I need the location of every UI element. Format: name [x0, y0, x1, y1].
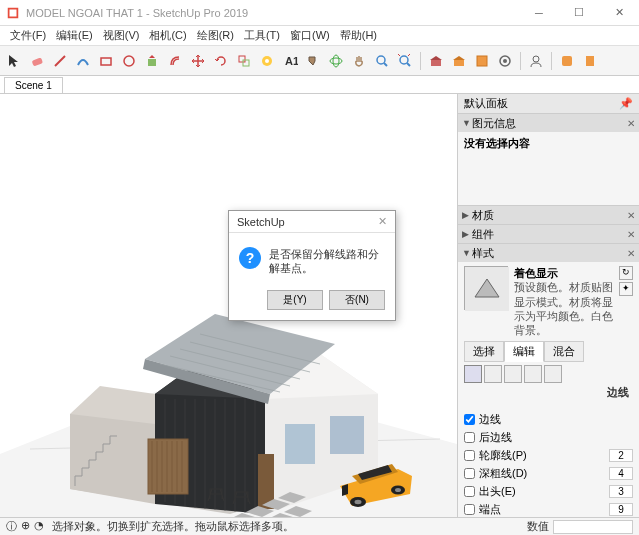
ext-manager-tool[interactable]	[495, 51, 515, 71]
bg-settings-icon[interactable]	[504, 365, 522, 383]
edge-settings-icon[interactable]	[464, 365, 482, 383]
chk-depth[interactable]	[464, 468, 475, 479]
no-button[interactable]: 否(N)	[329, 290, 385, 310]
warehouse-tool[interactable]	[426, 51, 446, 71]
edge-section-label: 边线	[464, 383, 633, 402]
dims-label: 数值	[527, 519, 549, 534]
svg-point-9	[265, 59, 269, 63]
svg-rect-6	[239, 56, 245, 62]
menu-camera[interactable]: 相机(C)	[145, 26, 190, 45]
help-icon[interactable]	[557, 51, 577, 71]
arc-tool[interactable]	[73, 51, 93, 71]
tape-tool[interactable]	[257, 51, 277, 71]
close-icon[interactable]: ✕	[627, 118, 635, 129]
offset-tool[interactable]	[165, 51, 185, 71]
window-title: MODEL NGOAI THAT 1 - SketchUp Pro 2019	[26, 7, 519, 19]
close-icon[interactable]: ✕	[627, 229, 635, 240]
circle-tool[interactable]	[119, 51, 139, 71]
panel-components-header[interactable]: ▶ 组件 ✕	[458, 225, 639, 243]
ext-warehouse-tool[interactable]	[449, 51, 469, 71]
book-icon[interactable]	[580, 51, 600, 71]
select-tool[interactable]	[4, 51, 24, 71]
val-endpoints[interactable]: 9	[609, 503, 633, 516]
chevron-right-icon: ▶	[462, 210, 472, 220]
tab-select[interactable]: 选择	[464, 341, 504, 362]
svg-rect-22	[586, 56, 594, 66]
panel-entity-header[interactable]: ▼ 图元信息 ✕	[458, 114, 639, 132]
face-settings-icon[interactable]	[484, 365, 502, 383]
tab-mix[interactable]: 混合	[544, 341, 584, 362]
maximize-button[interactable]: ☐	[559, 0, 599, 26]
toolbar: A1	[0, 46, 639, 76]
menu-edit[interactable]: 编辑(E)	[52, 26, 97, 45]
status-bar: ⓘ ⊕ ◔ 选择对象。切换到扩充选择。拖动鼠标选择多项。 数值	[0, 517, 639, 535]
text-tool[interactable]: A1	[280, 51, 300, 71]
tab-edit[interactable]: 编辑	[504, 341, 544, 362]
modeling-settings-icon[interactable]	[544, 365, 562, 383]
val-profiles[interactable]: 2	[609, 449, 633, 462]
close-icon[interactable]: ✕	[378, 215, 387, 228]
val-depth[interactable]: 4	[609, 467, 633, 480]
tray-header[interactable]: 默认面板 📌	[458, 94, 639, 114]
chk-profiles[interactable]	[464, 450, 475, 461]
question-icon: ?	[239, 247, 261, 269]
dialog-titlebar[interactable]: SketchUp ✕	[229, 211, 395, 233]
svg-rect-3	[101, 58, 111, 65]
chk-back-edges[interactable]	[464, 432, 475, 443]
chk-endpoints[interactable]	[464, 504, 475, 515]
zoom-extents-tool[interactable]	[395, 51, 415, 71]
chk-edges[interactable]	[464, 414, 475, 425]
menu-tools[interactable]: 工具(T)	[240, 26, 284, 45]
rect-tool[interactable]	[96, 51, 116, 71]
menu-draw[interactable]: 绘图(R)	[193, 26, 238, 45]
tray-pin-icon[interactable]: 📌	[619, 97, 633, 110]
pan-tool[interactable]	[349, 51, 369, 71]
menu-help[interactable]: 帮助(H)	[336, 26, 381, 45]
help-icon[interactable]: ⓘ	[6, 519, 17, 534]
yes-button[interactable]: 是(Y)	[267, 290, 323, 310]
menu-view[interactable]: 视图(V)	[99, 26, 144, 45]
style-update-icon[interactable]: ↻	[619, 266, 633, 280]
chevron-right-icon: ▶	[462, 229, 472, 239]
svg-point-4	[124, 56, 134, 66]
line-tool[interactable]	[50, 51, 70, 71]
scene-tab-1[interactable]: Scene 1	[4, 77, 63, 93]
layout-tool[interactable]	[472, 51, 492, 71]
credit-icon[interactable]: ◔	[34, 519, 44, 534]
svg-rect-21	[562, 56, 572, 66]
val-ext[interactable]: 3	[609, 485, 633, 498]
rotate-tool[interactable]	[211, 51, 231, 71]
pushpull-tool[interactable]	[142, 51, 162, 71]
scale-tool[interactable]	[234, 51, 254, 71]
measurements-input[interactable]	[553, 520, 633, 534]
edge-options: 边线 后边线 轮廓线(P)2 深粗线(D)4 出头(E)3 端点9 抖动(J)	[458, 406, 639, 517]
entity-empty-text: 没有选择内容	[464, 136, 633, 151]
menu-window[interactable]: 窗口(W)	[286, 26, 334, 45]
menu-file[interactable]: 文件(F)	[6, 26, 50, 45]
geo-icon[interactable]: ⊕	[21, 519, 30, 534]
style-create-icon[interactable]: ✦	[619, 282, 633, 296]
svg-rect-16	[454, 60, 464, 66]
svg-point-12	[333, 55, 339, 67]
svg-rect-1	[10, 9, 17, 16]
chk-extension[interactable]	[464, 486, 475, 497]
paint-tool[interactable]	[303, 51, 323, 71]
panel-styles-header[interactable]: ▼ 样式 ✕	[458, 244, 639, 262]
svg-point-75	[395, 488, 401, 492]
svg-rect-7	[243, 60, 249, 66]
move-tool[interactable]	[188, 51, 208, 71]
eraser-tool[interactable]	[27, 51, 47, 71]
zoom-tool[interactable]	[372, 51, 392, 71]
style-thumbnail[interactable]	[464, 266, 508, 310]
panel-materials-header[interactable]: ▶ 材质 ✕	[458, 206, 639, 224]
minimize-button[interactable]: ─	[519, 0, 559, 26]
watermark-settings-icon[interactable]	[524, 365, 542, 383]
orbit-tool[interactable]	[326, 51, 346, 71]
user-icon[interactable]	[526, 51, 546, 71]
close-button[interactable]: ✕	[599, 0, 639, 26]
app-icon	[6, 6, 20, 20]
confirm-dialog: SketchUp ✕ ? 是否保留分解线路和分解基点。 是(Y) 否(N)	[228, 210, 396, 321]
svg-rect-42	[330, 416, 364, 454]
close-icon[interactable]: ✕	[627, 210, 635, 221]
close-icon[interactable]: ✕	[627, 248, 635, 259]
